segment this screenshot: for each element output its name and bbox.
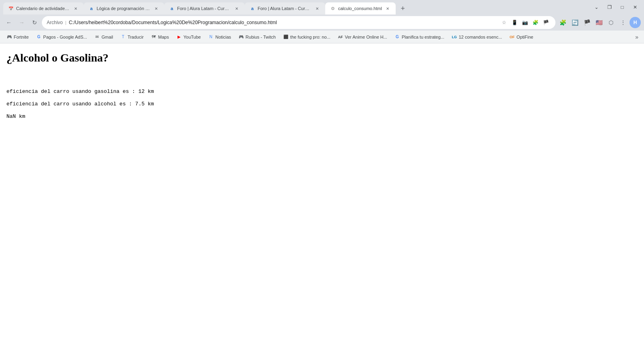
url-separator: | bbox=[65, 20, 66, 25]
reload-button[interactable]: ↻ bbox=[29, 17, 40, 28]
new-tab-button[interactable]: + bbox=[397, 3, 409, 14]
tab-label-calendar: Calendario de actividades del GR... bbox=[16, 6, 70, 11]
profile-button[interactable]: H bbox=[630, 17, 641, 28]
bookmark-favicon-rubius: 🎮 bbox=[238, 34, 244, 40]
bookmark-favicon-gmail: ✉ bbox=[94, 34, 100, 40]
extensions-button[interactable]: ⬡ bbox=[605, 17, 617, 28]
bookmark-label-anime: Ver Anime Online H... bbox=[345, 35, 387, 39]
flags-button[interactable]: 🏴 bbox=[541, 18, 551, 27]
maximize-button[interactable]: □ bbox=[617, 2, 628, 13]
bookmark-favicon-12cmd: LG bbox=[452, 34, 457, 40]
bookmark-optifine[interactable]: OF OptiFine bbox=[506, 33, 537, 41]
url-text: C:/Users/heibert%20cordoba/Documents/Log… bbox=[69, 20, 497, 25]
bookmark-favicon-youtube: ▶ bbox=[176, 34, 182, 40]
bookmark-anime[interactable]: AF Ver Anime Online H... bbox=[334, 33, 390, 41]
bookmark-favicon-fortnite: 🎮 bbox=[6, 34, 12, 40]
bookmark-gmail[interactable]: ✉ Gmail bbox=[91, 33, 116, 41]
title-bar: 📅 Calendario de actividades del GR... ✕ … bbox=[0, 0, 644, 14]
page-line-1: eficiencia del carro usando gasolina es … bbox=[6, 88, 638, 95]
bookmark-label-noticias: Noticias bbox=[215, 35, 231, 39]
bookmark-favicon-anime: AF bbox=[338, 34, 343, 40]
bookmark-favicon-pro: ⬛ bbox=[283, 34, 289, 40]
close-button[interactable]: ✕ bbox=[630, 2, 641, 13]
bookmark-label-optifine: OptiFine bbox=[516, 35, 533, 39]
bookmark-label-pro: the fucking pro: no... bbox=[290, 35, 330, 39]
flag-icon[interactable]: 🏴 bbox=[581, 17, 592, 28]
tab-close-foro1[interactable]: ✕ bbox=[233, 5, 240, 12]
extensions-puzzle-button[interactable]: 🧩 bbox=[557, 17, 568, 28]
bookmark-pagos[interactable]: G Pagos - Google AdS... bbox=[33, 33, 90, 41]
tab-label-foro2: Foro | Alura Latam - Cursos onlin... bbox=[258, 6, 312, 11]
tab-calculo[interactable]: ⚙ calculo_consumo.html ✕ bbox=[325, 2, 396, 14]
bookmarks-bar: 🎮 Fortnite G Pagos - Google AdS... ✉ Gma… bbox=[0, 31, 644, 43]
tab-label-logica: Lógica de programación parte 1... bbox=[97, 6, 151, 11]
bookmark-label-youtube: YouTube bbox=[184, 35, 201, 39]
browser-menu-button[interactable]: ⋮ bbox=[617, 17, 629, 28]
page-content: ¿Alcohol o Gasolina? eficiencia del carr… bbox=[0, 43, 644, 134]
tab-foro2[interactable]: a Foro | Alura Latam - Cursos onlin... ✕ bbox=[245, 2, 325, 14]
bookmark-favicon-maps: 🗺 bbox=[151, 34, 157, 40]
page-line-3: NaN km bbox=[6, 113, 638, 119]
bookmark-label-planifica: Planifica tu estrateg... bbox=[402, 35, 444, 39]
window-controls: ⌄ ❐ □ ✕ bbox=[591, 2, 641, 13]
bookmarks-more-button[interactable]: » bbox=[633, 32, 641, 42]
tab-favicon-calculo: ⚙ bbox=[330, 6, 336, 11]
cast-button[interactable]: 📱 bbox=[510, 18, 519, 27]
tab-favicon-logica: a bbox=[89, 6, 94, 11]
tab-favicon-calendar: 📅 bbox=[8, 6, 14, 11]
bookmark-favicon-noticias: N bbox=[208, 34, 214, 40]
bookmark-label-gmail: Gmail bbox=[101, 35, 113, 39]
bookmark-favicon-traducir: T bbox=[120, 34, 126, 40]
minimize-button[interactable]: ⌄ bbox=[591, 2, 602, 13]
toolbar-right: 🧩 🔄 🏴 🇺🇸 ⬡ ⋮ H bbox=[557, 17, 641, 28]
tab-favicon-foro1: a bbox=[169, 6, 175, 11]
tab-label-foro1: Foro | Alura Latam - Cursos onlin... bbox=[177, 6, 231, 11]
bookmark-favicon-pagos: G bbox=[36, 34, 41, 40]
screen-capture-button[interactable]: 📷 bbox=[520, 18, 530, 27]
bookmark-label-maps: Maps bbox=[158, 35, 169, 39]
bookmark-page-button[interactable]: ☆ bbox=[499, 18, 509, 27]
bookmark-12cmd[interactable]: LG 12 comandos esenc... bbox=[448, 33, 506, 41]
tab-close-calendar[interactable]: ✕ bbox=[72, 5, 79, 12]
url-actions: ☆ 📱 📷 🧩 🏴 bbox=[499, 18, 551, 27]
tab-label-calculo: calculo_consumo.html bbox=[338, 6, 382, 11]
bookmark-label-fortnite: Fortnite bbox=[14, 35, 29, 39]
sync-button[interactable]: 🔄 bbox=[569, 17, 580, 28]
tab-favicon-foro2: a bbox=[250, 6, 255, 11]
tab-logica[interactable]: a Lógica de programación parte 1... ✕ bbox=[84, 2, 164, 14]
bookmark-fortnite[interactable]: 🎮 Fortnite bbox=[3, 33, 32, 41]
protocol-label: Archivo bbox=[47, 20, 63, 25]
bookmark-label-traducir: Traducir bbox=[128, 35, 144, 39]
tab-foro1[interactable]: a Foro | Alura Latam - Cursos onlin... ✕ bbox=[164, 2, 245, 14]
bookmark-pro[interactable]: ⬛ the fucking pro: no... bbox=[280, 33, 334, 41]
bookmark-label-rubius: Rubius - Twitch bbox=[246, 35, 276, 39]
tab-strip: 📅 Calendario de actividades del GR... ✕ … bbox=[3, 0, 588, 14]
page-title: ¿Alcohol o Gasolina? bbox=[6, 51, 638, 64]
bookmark-favicon-planifica: G bbox=[394, 34, 400, 40]
bookmark-traducir[interactable]: T Traducir bbox=[117, 33, 147, 41]
bookmark-youtube[interactable]: ▶ YouTube bbox=[173, 33, 204, 41]
chrome-flag-button[interactable]: 🇺🇸 bbox=[593, 17, 605, 28]
page-line-2: eficiencia del carro usando alcohol es :… bbox=[6, 101, 638, 107]
bookmark-label-pagos: Pagos - Google AdS... bbox=[43, 35, 87, 39]
extension-button[interactable]: 🧩 bbox=[530, 18, 540, 27]
bookmark-label-12cmd: 12 comandos esenc... bbox=[459, 35, 502, 39]
bookmark-planifica[interactable]: G Planifica tu estrateg... bbox=[391, 33, 448, 41]
address-bar: ← → ↻ Archivo | C:/Users/heibert%20cordo… bbox=[0, 14, 644, 31]
browser-window: 📅 Calendario de actividades del GR... ✕ … bbox=[0, 0, 644, 43]
tab-close-logica[interactable]: ✕ bbox=[153, 5, 159, 12]
back-button[interactable]: ← bbox=[3, 17, 14, 28]
forward-button[interactable]: → bbox=[16, 17, 27, 28]
bookmark-maps[interactable]: 🗺 Maps bbox=[148, 33, 172, 41]
tab-close-calculo[interactable]: ✕ bbox=[384, 5, 391, 12]
tab-close-foro2[interactable]: ✕ bbox=[314, 5, 320, 12]
bookmark-favicon-optifine: OF bbox=[509, 34, 515, 40]
url-bar[interactable]: Archivo | C:/Users/heibert%20cordoba/Doc… bbox=[42, 16, 555, 29]
bookmark-rubius[interactable]: 🎮 Rubius - Twitch bbox=[235, 33, 279, 41]
restore-down-button[interactable]: ❐ bbox=[604, 2, 615, 13]
bookmark-noticias[interactable]: N Noticias bbox=[205, 33, 234, 41]
tab-calendar[interactable]: 📅 Calendario de actividades del GR... ✕ bbox=[3, 2, 84, 14]
